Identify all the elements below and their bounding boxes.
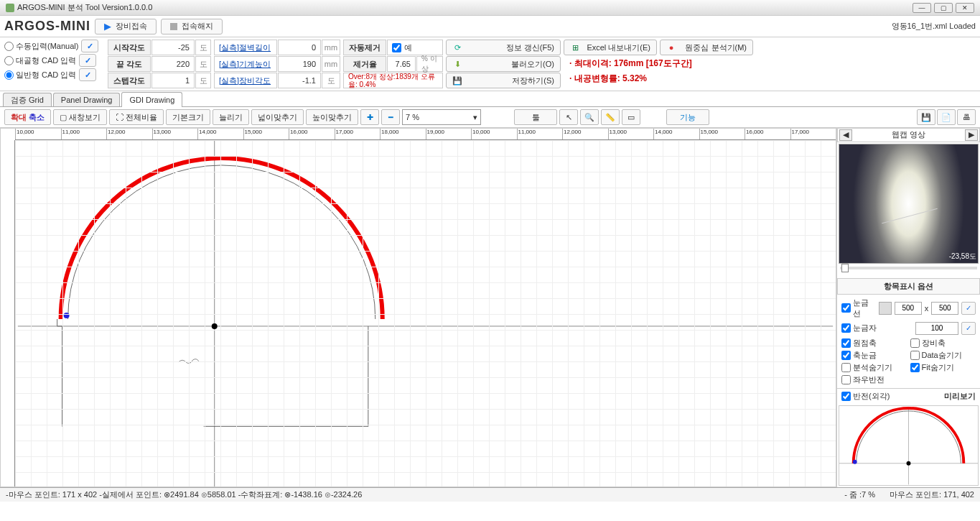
window-tool[interactable]: ▭ <box>622 109 640 125</box>
minimize-button[interactable]: — <box>913 3 931 13</box>
wall-length-link[interactable]: [실측]절벽길이 <box>214 40 277 55</box>
check-manual[interactable]: ✓ <box>81 40 98 52</box>
tab-gdi-drawing[interactable]: GDI Drawing <box>121 92 182 107</box>
tool-button[interactable]: 툴 <box>514 109 557 125</box>
radio-gencad[interactable]: 일반형 CAD 입력 <box>4 70 76 80</box>
minus-button[interactable]: ━ <box>381 109 400 125</box>
center-analyzer-button[interactable]: ●원중심 분석기(M) <box>660 40 753 55</box>
svg-point-6 <box>853 460 857 464</box>
preview-header: 반전(외각) 미리보기 <box>837 388 980 404</box>
parameter-panel: 수동입력(Manual)✓ 대골형 CAD 입력✓ 일반형 CAD 입력✓ 시작… <box>0 37 980 91</box>
fit-width-button[interactable]: 넓이맞추기 <box>251 109 304 125</box>
logo: ARGOS-MINI <box>4 19 90 34</box>
auto-remove-table: 자동제거 예 제거율 7.65 % 이상 Over:8개 정상:1839개 오류… <box>343 40 443 88</box>
disconnect-label: 접속해지 <box>182 21 213 32</box>
check-opencad[interactable]: ✓ <box>79 54 96 67</box>
opt-flip[interactable]: 좌우반전 <box>841 374 907 385</box>
opt-anahide[interactable]: 분석숨기기 <box>841 362 907 373</box>
webcam-angle: -23,58도 <box>949 252 976 262</box>
equip-angle-link[interactable]: [실측]장비각도 <box>214 73 277 88</box>
grid-h[interactable] <box>931 302 958 315</box>
connect-label: 장비접속 <box>116 21 147 32</box>
webcam-title: 웹캡 영상 <box>892 129 925 140</box>
opt-fithide[interactable]: Fit숨기기 <box>910 362 976 373</box>
pointer-tool[interactable]: ↖ <box>559 109 578 125</box>
status-bar: -마우스 포인트: 171 x 402 -실제에서 포인트: ⊗2491.84 … <box>0 487 980 502</box>
machine-height-value[interactable]: 190 <box>278 56 321 72</box>
machine-height-link[interactable]: [실측]기계높이 <box>214 56 277 72</box>
end-angle-label: 끝 각도 <box>108 56 151 72</box>
radio-opencad[interactable]: 대골형 CAD 입력 <box>4 55 76 66</box>
excel-icon: ⊞ <box>570 42 580 52</box>
preview-flip[interactable]: 반전(외각) <box>841 391 890 402</box>
tab-verify-grid[interactable]: 검증 Grid <box>3 93 52 106</box>
plus-button[interactable]: ✚ <box>360 109 379 125</box>
remove-rate-label: 제거율 <box>343 56 386 72</box>
disconnect-button[interactable]: 접속해지 <box>161 19 223 34</box>
opt-origin[interactable]: 원점축 <box>841 338 907 349</box>
main-area: 10,00011,00012,00013,00014,00015,00016,0… <box>0 128 980 487</box>
excel-button[interactable]: ⊞Excel 내보내기(E) <box>564 40 657 55</box>
status-mouse: 마우스 포인트: 171, 402 <box>890 489 974 500</box>
webcam-next[interactable]: ▶ <box>965 129 978 141</box>
grid-color[interactable] <box>879 302 892 315</box>
display-options: 눈금선 x ✓ 눈금자 ✓ 원점축 장비축 축눈금 Data숨기기 분석숨기기 … <box>837 295 980 388</box>
webcam-image: -23,58도 <box>839 144 979 264</box>
radio-manual[interactable]: 수동입력(Manual) <box>4 41 78 52</box>
opt-axis[interactable]: 축눈금 <box>841 350 907 361</box>
maximize-button[interactable]: ▢ <box>934 3 953 13</box>
magnify-tool[interactable]: 🔍 <box>580 109 599 125</box>
title-text: ARGOS-MINI 분석 Tool Version1.0.0.0 <box>17 2 152 13</box>
wall-length-value[interactable]: 0 <box>278 40 321 55</box>
ruler-tool[interactable]: 📏 <box>601 109 620 125</box>
preview-canvas <box>839 405 979 486</box>
webcam-slider[interactable] <box>837 265 980 278</box>
remove-rate-value[interactable]: 7.65 <box>387 56 416 72</box>
error-summary: Over:8개 정상:1839개 오류율: 0.4% <box>343 73 443 88</box>
end-angle-value[interactable]: 220 <box>151 56 195 72</box>
connect-button[interactable]: ▶ 장비접속 <box>95 19 157 34</box>
opt-gridmark[interactable]: 눈금자 <box>841 323 877 333</box>
opt-datahide[interactable]: Data숨기기 <box>910 350 976 361</box>
zoom-in-button[interactable]: 확대 축소 <box>4 109 51 125</box>
gridmark-apply[interactable]: ✓ <box>961 322 976 335</box>
opt-gridline[interactable]: 눈금선 <box>841 298 876 319</box>
status-left: -마우스 포인트: 171 x 402 -실제에서 포인트: ⊗2491.84 … <box>6 489 362 500</box>
save-file-icon[interactable]: 💾 <box>917 109 935 125</box>
doc-icon[interactable]: 📄 <box>937 109 956 125</box>
drawing-toolbar: 확대 축소 ▢새창보기 ⛶전체비율 기본크기 늘리기 넓이맞추기 높이맞추기 ✚… <box>0 107 980 128</box>
orig-size-button[interactable]: 기본크기 <box>166 109 210 125</box>
new-view-button[interactable]: ▢새창보기 <box>53 109 107 125</box>
load-icon: ⬇ <box>452 59 462 69</box>
stretch-button[interactable]: 늘리기 <box>213 109 249 125</box>
equip-angle-value[interactable]: -1.1 <box>278 73 321 88</box>
auto-remove-value[interactable]: 예 <box>387 40 443 55</box>
load-button[interactable]: ⬇불러오기(O) <box>446 56 561 72</box>
print-icon[interactable]: 🖶 <box>957 109 976 125</box>
fit-all-button[interactable]: ⛶전체비율 <box>109 109 164 125</box>
zoom-select[interactable]: 7 %▾ <box>402 109 481 125</box>
grid-w[interactable] <box>895 302 922 315</box>
deg-unit: 도 <box>195 40 211 55</box>
opt-equip[interactable]: 장비축 <box>910 338 976 349</box>
tab-panel-drawing[interactable]: Panel Drawing <box>53 93 121 106</box>
refresh-button[interactable]: ⟳정보 갱신(F5) <box>446 40 561 55</box>
save-button[interactable]: 💾저장하기(S) <box>446 73 561 88</box>
preview-title: 미리보기 <box>944 391 976 402</box>
result-deform-rate: · 내공변형률: 5.32% <box>569 73 747 85</box>
drawing-canvas[interactable]: 10,00011,00012,00013,00014,00015,00016,0… <box>0 128 836 487</box>
check-gencad[interactable]: ✓ <box>79 68 96 81</box>
step-angle-value[interactable]: 1 <box>151 73 195 88</box>
fit-height-button[interactable]: 높이맞추기 <box>306 109 358 125</box>
save-icon: 💾 <box>452 75 462 86</box>
close-button[interactable]: ✕ <box>956 3 974 13</box>
input-mode-radios: 수동입력(Manual)✓ 대골형 CAD 입력✓ 일반형 CAD 입력✓ <box>4 40 105 81</box>
gridmark-val[interactable] <box>915 322 958 335</box>
function-button[interactable]: 기능 <box>666 109 709 125</box>
right-panel: ◀ 웹캡 영상 ▶ -23,58도 항목표시 옵션 눈금선 x ✓ 눈금자 ✓ <box>836 128 980 487</box>
svg-point-7 <box>907 461 911 466</box>
start-angle-value[interactable]: -25 <box>151 40 195 55</box>
measure-table: [실측]절벽길이 0 mm [실측]기계높이 190 mm [실측]장비각도 -… <box>214 40 340 88</box>
grid-apply[interactable]: ✓ <box>961 302 976 315</box>
webcam-prev[interactable]: ◀ <box>839 129 852 141</box>
